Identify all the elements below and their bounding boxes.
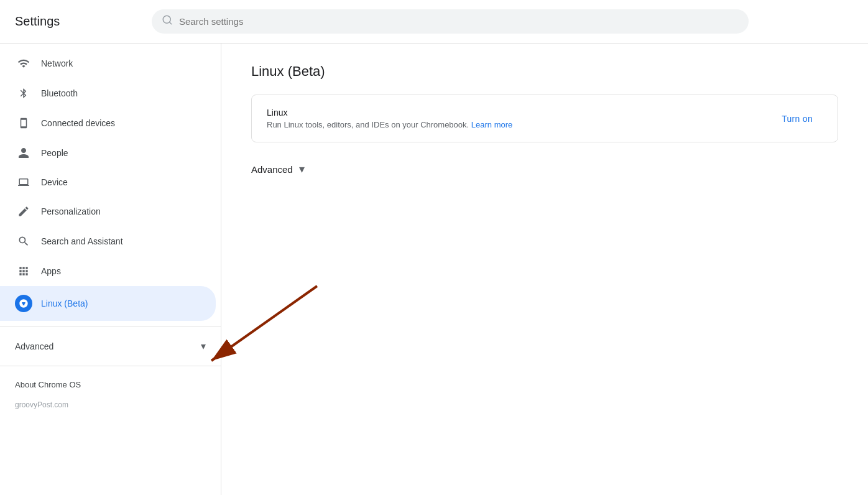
learn-more-link[interactable]: Learn more <box>471 120 512 129</box>
sidebar: Network Bluetooth Connected devices <box>0 44 221 495</box>
phone-icon <box>15 117 32 129</box>
linux-icon <box>15 295 32 312</box>
app-title: Settings <box>15 14 139 29</box>
linux-card-description: Run Linux tools, editors, and IDEs on yo… <box>267 120 772 129</box>
sidebar-item-bluetooth[interactable]: Bluetooth <box>0 78 216 108</box>
sidebar-label-linux-beta: Linux (Beta) <box>41 298 88 308</box>
advanced-chevron-icon: ▾ <box>299 162 305 176</box>
advanced-section[interactable]: Advanced ▾ <box>251 162 838 176</box>
sidebar-label-apps: Apps <box>41 266 61 276</box>
search-bar[interactable] <box>152 9 749 34</box>
person-icon <box>15 147 32 159</box>
linux-beta-icon <box>15 295 32 312</box>
sidebar-item-personalization[interactable]: Personalization <box>0 197 216 226</box>
sidebar-label-search-assistant: Search and Assistant <box>41 236 123 246</box>
sidebar-label-network: Network <box>41 58 73 68</box>
sidebar-about-label: About Chrome OS <box>15 380 81 389</box>
wifi-icon <box>15 57 32 70</box>
content-area: Linux (Beta) Linux Run Linux tools, edit… <box>221 44 868 495</box>
sidebar-item-device[interactable]: Device <box>0 168 216 197</box>
search-input[interactable] <box>179 16 739 27</box>
page-title: Linux (Beta) <box>251 63 838 80</box>
sidebar-label-connected-devices: Connected devices <box>41 118 115 128</box>
sidebar-item-apps[interactable]: Apps <box>0 256 216 286</box>
arrow-annotation <box>221 280 336 392</box>
sidebar-divider <box>0 326 221 326</box>
turn-on-button[interactable]: Turn on <box>772 109 823 129</box>
linux-card: Linux Run Linux tools, editors, and IDEs… <box>251 95 838 142</box>
advanced-label: Advanced <box>251 164 293 175</box>
chevron-down-icon: ▾ <box>201 340 206 352</box>
pencil-icon <box>15 205 32 218</box>
sidebar-item-search-assistant[interactable]: Search and Assistant <box>0 226 216 256</box>
sidebar-label-device: Device <box>41 177 68 187</box>
header: Settings <box>0 0 868 44</box>
search-icon <box>162 14 173 29</box>
svg-line-3 <box>221 286 317 361</box>
sidebar-item-network[interactable]: Network <box>0 49 216 78</box>
sidebar-divider-2 <box>0 366 221 366</box>
sidebar-item-people[interactable]: People <box>0 138 216 168</box>
main-layout: Network Bluetooth Connected devices <box>0 44 868 495</box>
sidebar-advanced[interactable]: Advanced ▾ <box>0 331 221 361</box>
svg-line-1 <box>169 22 171 24</box>
linux-card-info: Linux Run Linux tools, editors, and IDEs… <box>267 108 772 129</box>
laptop-icon <box>15 177 32 188</box>
apps-icon <box>15 265 32 277</box>
bluetooth-icon <box>15 87 32 99</box>
sidebar-about[interactable]: About Chrome OS <box>0 371 221 398</box>
sidebar-item-linux-beta[interactable]: Linux (Beta) <box>0 286 216 321</box>
search-nav-icon <box>15 235 32 247</box>
sidebar-item-connected-devices[interactable]: Connected devices <box>0 108 216 138</box>
watermark: groovyPost.com <box>0 398 221 415</box>
sidebar-label-people: People <box>41 148 68 158</box>
sidebar-advanced-label: Advanced <box>15 341 53 351</box>
sidebar-label-bluetooth: Bluetooth <box>41 88 78 98</box>
linux-card-title: Linux <box>267 108 772 118</box>
sidebar-label-personalization: Personalization <box>41 206 101 216</box>
